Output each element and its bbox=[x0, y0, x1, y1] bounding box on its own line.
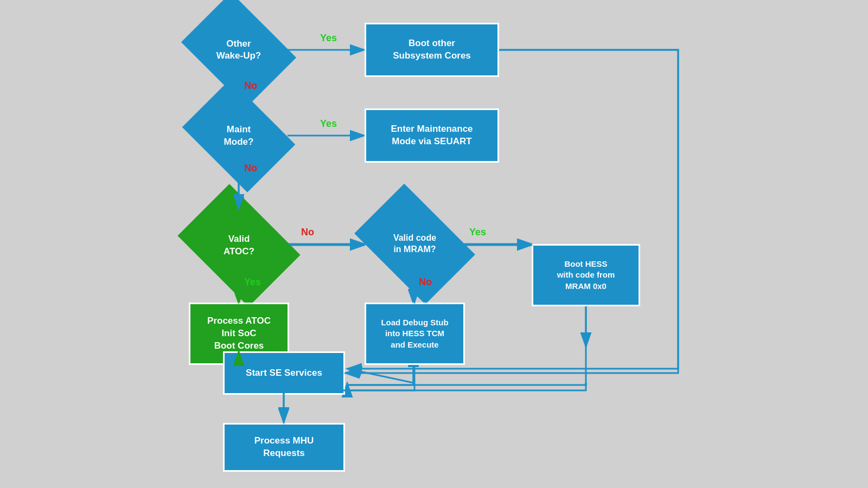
valid-mram-diamond: Valid code in MRAM? bbox=[354, 184, 475, 305]
maint-mode-no-label: No bbox=[244, 163, 257, 174]
start-se-box: Start SE Services bbox=[223, 351, 345, 395]
boot-subsystem-label: Boot other Subsystem Cores bbox=[393, 37, 471, 62]
valid-atoc-yes-label: Yes bbox=[244, 277, 261, 288]
other-wakeup-yes-label: Yes bbox=[320, 33, 337, 44]
valid-atoc-label: Valid ATOC? bbox=[224, 233, 254, 257]
start-se-label: Start SE Services bbox=[246, 367, 322, 380]
boot-hess-label: Boot HESS with code from MRAM 0x0 bbox=[557, 259, 615, 292]
maint-mode-diamond: Maint Mode? bbox=[182, 79, 296, 192]
process-mhu-label: Process MHU Requests bbox=[254, 435, 314, 460]
process-atoc-label: Process ATOC Init SoC Boot Cores bbox=[207, 315, 271, 352]
valid-mram-no-label: No bbox=[419, 277, 432, 288]
flowchart: Other Wake-Up? Yes No Boot other Subsyst… bbox=[0, 0, 868, 488]
valid-mram-label: Valid code in MRAM? bbox=[393, 233, 436, 255]
valid-atoc-no-label: No bbox=[301, 227, 314, 238]
other-wakeup-no-label: No bbox=[244, 80, 257, 92]
maint-mode-label: Maint Mode? bbox=[224, 124, 254, 147]
enter-maint-box: Enter Maintenance Mode via SEUART bbox=[365, 108, 499, 163]
valid-mram-yes-label: Yes bbox=[469, 227, 486, 238]
load-debug-box: Load Debug Stub into HESS TCM and Execut… bbox=[365, 303, 465, 365]
svg-line-13 bbox=[347, 369, 413, 383]
other-wakeup-label: Other Wake-Up? bbox=[216, 38, 261, 62]
load-debug-label: Load Debug Stub into HESS TCM and Execut… bbox=[381, 317, 448, 350]
process-mhu-box: Process MHU Requests bbox=[223, 423, 345, 472]
valid-atoc-diamond: Valid ATOC? bbox=[177, 184, 300, 306]
boot-subsystem-box: Boot other Subsystem Cores bbox=[365, 23, 499, 77]
boot-hess-box: Boot HESS with code from MRAM 0x0 bbox=[532, 244, 640, 306]
enter-maint-label: Enter Maintenance Mode via SEUART bbox=[391, 123, 473, 148]
maint-mode-yes-label: Yes bbox=[320, 118, 337, 130]
